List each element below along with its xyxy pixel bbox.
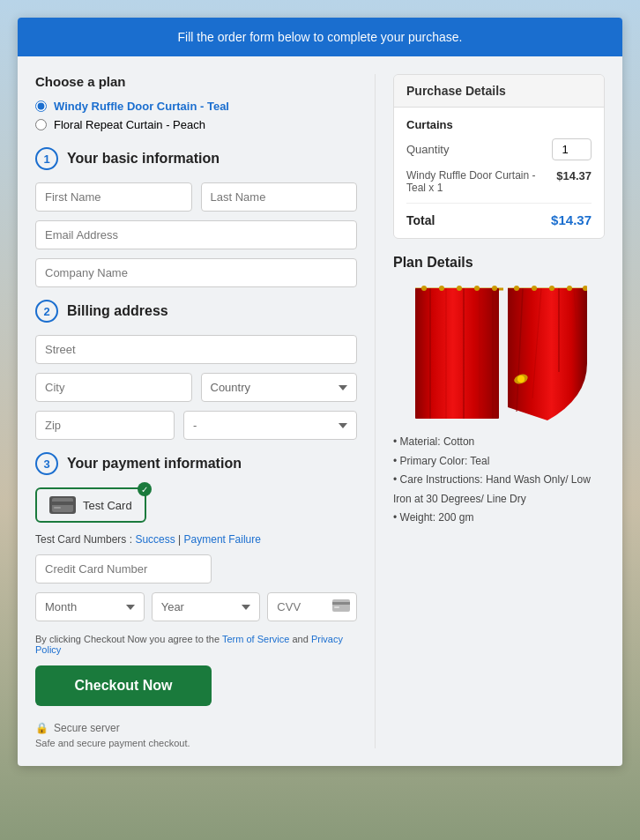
cc-number-input[interactable] xyxy=(35,554,212,584)
street-row xyxy=(35,335,357,364)
svg-point-28 xyxy=(567,286,572,291)
curtains-section-title: Curtains xyxy=(406,118,592,131)
plan-details-title: Plan Details xyxy=(393,255,605,271)
cvv-card-icon xyxy=(332,599,350,615)
country-select[interactable]: Country United States United Kingdom Can… xyxy=(201,373,358,402)
plan-label-2: Floral Repeat Curtain - Peach xyxy=(54,118,205,131)
name-row xyxy=(35,182,357,212)
secure-server-row: 🔒 Secure server xyxy=(35,722,357,734)
step1-heading: 1 Your basic information xyxy=(35,147,357,170)
plan-detail-color: Primary Color: Teal xyxy=(393,452,605,472)
page-wrapper: Fill the order form below to complete yo… xyxy=(18,18,622,766)
svg-point-27 xyxy=(549,286,554,291)
total-label: Total xyxy=(406,213,435,227)
month-select[interactable]: Month 01 02 03 04 05 06 07 08 09 10 11 1… xyxy=(35,592,145,621)
checkout-button[interactable]: Checkout Now xyxy=(35,665,212,706)
total-amount: $14.37 xyxy=(551,212,592,227)
test-card-prefix: Test Card Numbers : xyxy=(35,533,135,546)
svg-point-18 xyxy=(492,286,497,291)
plan-detail-material: Material: Cotton xyxy=(393,433,605,452)
step2-title: Billing address xyxy=(67,303,168,319)
svg-point-15 xyxy=(439,286,444,291)
company-input[interactable] xyxy=(35,258,357,287)
plan-label-1: Windy Ruffle Door Curtain - Teal xyxy=(54,100,229,113)
city-country-row: Country United States United Kingdom Can… xyxy=(35,373,357,402)
plan-radio-1[interactable] xyxy=(35,100,47,112)
svg-rect-5 xyxy=(334,606,339,608)
terms-prefix: By clicking Checkout Now you agree to th… xyxy=(35,634,222,644)
cc-number-row xyxy=(35,554,357,584)
last-name-input[interactable] xyxy=(201,182,358,212)
total-row: Total $14.37 xyxy=(406,212,592,227)
item-name: Windy Ruffle Door Curtain - Teal x 1 xyxy=(406,169,556,194)
terms-of-service-link[interactable]: Term of Service xyxy=(222,634,289,644)
svg-rect-1 xyxy=(52,502,73,505)
svg-rect-8 xyxy=(415,288,499,419)
card-check-icon: ✓ xyxy=(138,482,152,496)
year-select[interactable]: Year 2024 2025 2026 2027 xyxy=(152,592,261,621)
card-label: Test Card xyxy=(83,499,132,512)
step1-circle: 1 xyxy=(35,147,58,170)
lock-icon: 🔒 xyxy=(35,722,48,734)
step3-heading: 3 Your payment information xyxy=(35,452,357,475)
secure-subtext: Safe and secure payment checkout. xyxy=(35,738,357,748)
svg-rect-3 xyxy=(332,599,350,612)
svg-point-24 xyxy=(517,375,525,383)
plan-detail-care: Care Instructions: Hand Wash Only/ Low I… xyxy=(393,471,605,509)
zip-state-row: - xyxy=(35,411,357,440)
company-row xyxy=(35,258,357,287)
banner-text: Fill the order form below to complete yo… xyxy=(178,30,463,44)
step3-circle: 3 xyxy=(35,452,58,475)
city-input[interactable] xyxy=(35,373,192,402)
svg-rect-4 xyxy=(332,602,350,605)
test-card-success-link[interactable]: Success xyxy=(135,533,175,546)
svg-point-16 xyxy=(457,286,462,291)
purchase-details-header: Purchase Details xyxy=(394,75,604,108)
secure-label: Secure server xyxy=(54,722,120,734)
plan-options-section: Choose a plan Windy Ruffle Door Curtain … xyxy=(35,74,357,131)
svg-point-25 xyxy=(514,286,519,291)
step2-circle: 2 xyxy=(35,300,58,323)
test-card-info: Test Card Numbers : Success | Payment Fa… xyxy=(35,533,357,546)
credit-card-icon xyxy=(49,496,76,514)
left-panel: Choose a plan Windy Ruffle Door Curtain … xyxy=(35,74,376,748)
right-panel: Purchase Details Curtains Quantity Windy… xyxy=(376,74,605,748)
svg-point-14 xyxy=(421,286,427,291)
svg-rect-2 xyxy=(54,507,61,509)
step2-heading: 2 Billing address xyxy=(35,300,357,323)
expiry-cvv-row: Month 01 02 03 04 05 06 07 08 09 10 11 1… xyxy=(35,592,357,621)
step1-title: Your basic information xyxy=(67,151,220,167)
step3-title: Your payment information xyxy=(67,456,242,472)
purchase-details-box: Purchase Details Curtains Quantity Windy… xyxy=(393,74,605,239)
street-input[interactable] xyxy=(35,335,357,364)
test-card-failure-link[interactable]: Payment Failure xyxy=(184,533,261,546)
email-input[interactable] xyxy=(35,220,357,249)
card-method-box[interactable]: ✓ Test Card xyxy=(35,487,146,523)
plan-detail-weight: Weight: 200 gm xyxy=(393,509,605,528)
quantity-label: Quantity xyxy=(406,143,449,156)
plan-option-2[interactable]: Floral Repeat Curtain - Peach xyxy=(35,118,357,131)
zip-input[interactable] xyxy=(35,411,175,440)
cvv-wrapper xyxy=(267,592,357,621)
first-name-input[interactable] xyxy=(35,182,192,212)
svg-point-26 xyxy=(532,286,537,291)
item-price: $14.37 xyxy=(556,169,592,194)
plan-details-list: Material: Cotton Primary Color: Teal Car… xyxy=(393,433,605,528)
plan-radio-2[interactable] xyxy=(35,119,47,130)
terms-middle: and xyxy=(292,634,310,644)
purchase-details-body: Curtains Quantity Windy Ruffle Door Curt… xyxy=(394,108,604,238)
quantity-row: Quantity xyxy=(406,138,592,160)
svg-point-17 xyxy=(474,286,480,291)
curtain-illustration xyxy=(393,281,605,422)
item-row: Windy Ruffle Door Curtain - Teal x 1 $14… xyxy=(406,169,592,204)
terms-text: By clicking Checkout Now you agree to th… xyxy=(35,634,357,655)
email-row xyxy=(35,220,357,249)
state-select[interactable]: - xyxy=(183,411,357,440)
plan-option-1[interactable]: Windy Ruffle Door Curtain - Teal xyxy=(35,100,357,113)
content-area: Choose a plan Windy Ruffle Door Curtain … xyxy=(18,56,622,766)
choose-plan-title: Choose a plan xyxy=(35,74,357,89)
top-banner: Fill the order form below to complete yo… xyxy=(18,18,622,56)
quantity-input[interactable] xyxy=(552,138,592,160)
